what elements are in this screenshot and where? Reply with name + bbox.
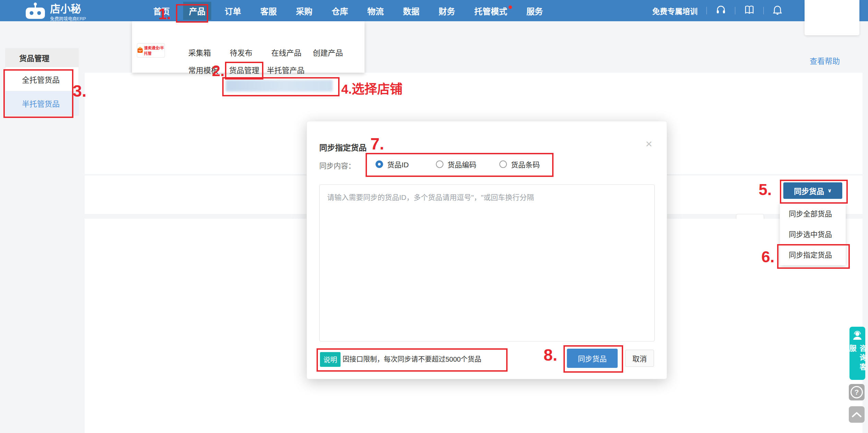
app-window: 店小秘 免费跨境电商ERP 首页 产品 订单 客服 采购 仓库 物流 数据 财务… — [0, 0, 868, 433]
dialog-title: 同步指定货品 — [319, 141, 367, 153]
menu-item-online-products[interactable]: 在线产品 — [271, 47, 301, 58]
view-help-link[interactable]: 查看帮助 — [810, 55, 840, 66]
sidebar-item-fully-managed[interactable]: 全托管货品 — [5, 67, 79, 91]
chevron-up-icon — [852, 411, 862, 418]
sync-specified-goods-dialog: 同步指定货品 × 同步内容： 货品ID 货品编码 货品条码 说明 因接口限制，每… — [307, 121, 667, 379]
sync-goods-dropdown-button[interactable]: 同步货品 ∨ — [783, 182, 842, 199]
radio-selected-icon — [376, 160, 383, 168]
nav-item-warehouse[interactable]: 仓库 — [332, 5, 348, 17]
app-title: 店小秘 — [50, 4, 86, 14]
sidebar-goods-management: 货品管理 全托管货品 半托管货品 — [5, 48, 79, 115]
customer-service-icon — [852, 331, 863, 342]
divider — [735, 7, 735, 14]
menu-item-sync-all-goods[interactable]: 同步全部货品 — [780, 203, 846, 224]
chevron-down-icon: ∨ — [828, 188, 832, 194]
divider — [706, 7, 707, 14]
nav-item-managed-mode[interactable]: 托管模式 — [474, 5, 507, 17]
menu-item-sync-specified-goods[interactable]: 同步指定货品 — [780, 244, 846, 265]
help-question-button[interactable]: ? — [849, 384, 865, 400]
menu-item-collect-box[interactable]: 采集箱 — [188, 47, 211, 58]
menu-item-create-product[interactable]: 创建产品 — [313, 47, 343, 58]
note-text: 因接口限制，每次同步请不要超过5000个货品 — [343, 354, 481, 364]
goods-id-textarea[interactable] — [319, 184, 655, 341]
nav-item-home[interactable]: 首页 — [153, 5, 170, 17]
radio-unselected-icon — [436, 160, 443, 168]
nav-item-logistics[interactable]: 物流 — [367, 5, 384, 17]
headset-icon[interactable] — [716, 5, 726, 16]
question-icon: ? — [851, 386, 863, 398]
sidebar-title: 货品管理 — [5, 48, 79, 67]
menu-item-semi-managed-products[interactable]: 半托管产品 — [267, 64, 305, 75]
product-dropdown-menu: 速卖通全/半托管 采集箱 待发布 在线产品 创建产品 常用模板 货品管理 半托管… — [132, 21, 365, 73]
radio-unselected-icon — [499, 160, 507, 168]
divider — [763, 7, 764, 14]
radio-goods-code[interactable]: 货品编码 — [436, 159, 476, 169]
notification-bell-icon[interactable] — [773, 5, 782, 16]
managed-mode-notification-dot — [509, 5, 512, 9]
aliexpress-managed-badge[interactable]: 速卖通全/半托管 — [137, 43, 165, 58]
consult-customer-service-widget[interactable]: 咨询客服 — [849, 327, 865, 380]
nav-item-service[interactable]: 客服 — [260, 5, 277, 17]
menu-item-to-publish[interactable]: 待发布 — [230, 47, 252, 58]
shopping-bag-icon — [137, 47, 143, 54]
menu-item-sync-selected-goods[interactable]: 同步选中货品 — [780, 224, 846, 244]
nav-item-services[interactable]: 服务 — [526, 5, 543, 17]
manual-book-icon[interactable] — [744, 5, 754, 16]
menu-item-goods-management[interactable]: 货品管理 — [229, 64, 259, 75]
radio-goods-id[interactable]: 货品ID — [376, 159, 409, 169]
app-subtitle: 免费跨境电商ERP — [50, 15, 86, 22]
nav-item-finance[interactable]: 财务 — [439, 5, 455, 17]
sync-content-label: 同步内容： — [319, 160, 355, 170]
sidebar-item-semi-managed[interactable]: 半托管货品 — [5, 91, 79, 115]
back-to-top-button[interactable] — [849, 406, 865, 423]
nav-item-data[interactable]: 数据 — [403, 5, 419, 17]
nav-item-product[interactable]: 产品 — [183, 2, 211, 20]
app-logo[interactable]: 店小秘 免费跨境电商ERP — [25, 2, 86, 22]
note-badge: 说明 — [320, 352, 341, 367]
account-menu-blurred[interactable] — [805, 0, 859, 35]
cancel-button[interactable]: 取消 — [625, 350, 654, 367]
sync-goods-menu: 同步全部货品 同步选中货品 同步指定货品 — [780, 203, 846, 265]
menu-item-common-templates[interactable]: 常用模板 — [188, 64, 218, 75]
radio-goods-barcode[interactable]: 货品条码 — [499, 159, 540, 169]
nav-item-orders[interactable]: 订单 — [225, 5, 241, 17]
nav-right-group: 免费专属培训 — [652, 0, 782, 21]
robot-logo-icon — [25, 2, 46, 21]
nav-item-purchase[interactable]: 采购 — [296, 5, 312, 17]
shop-account-selector-blurred[interactable] — [226, 80, 333, 92]
free-training-link[interactable]: 免费专属培训 — [652, 5, 698, 16]
close-icon[interactable]: × — [645, 138, 652, 149]
confirm-sync-button[interactable]: 同步货品 — [567, 349, 618, 368]
top-nav: 店小秘 免费跨境电商ERP 首页 产品 订单 客服 采购 仓库 物流 数据 财务… — [0, 0, 868, 21]
nav-menu: 首页 产品 订单 客服 采购 仓库 物流 数据 财务 托管模式 服务 — [153, 0, 543, 21]
